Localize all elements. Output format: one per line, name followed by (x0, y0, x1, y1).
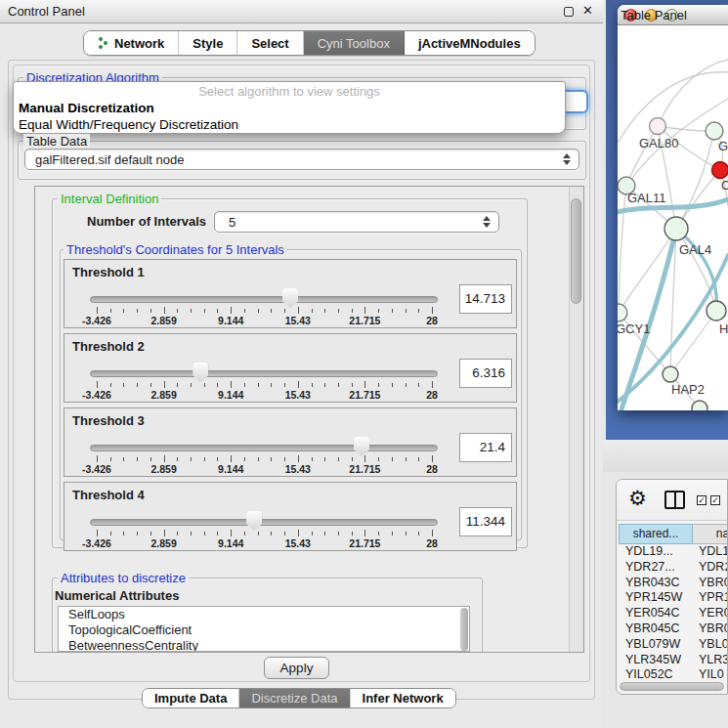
node-gal4[interactable] (664, 217, 688, 240)
threshold-label: Threshold 4 (72, 488, 145, 502)
cell-name: YPR1 (699, 590, 728, 606)
slider-track[interactable] (90, 445, 438, 451)
table-row[interactable]: YLR345WYLR3 (617, 653, 728, 668)
vertical-scrollbar-thumb[interactable] (571, 198, 581, 304)
slider-track[interactable] (90, 370, 438, 377)
column-header-name[interactable]: na (693, 524, 728, 544)
tab-jactivemnodules[interactable]: jActiveMNodules (405, 31, 535, 55)
table-row[interactable]: YDR27...YDR2 (617, 560, 728, 576)
tick-label: 2.859 (150, 463, 176, 475)
dropdown-item-manual[interactable]: Manual Discretization (19, 101, 154, 115)
node[interactable] (707, 301, 726, 321)
numerical-attributes-list: SelfLoopsTopologicalCoefficientBetweenne… (58, 606, 470, 652)
node-label: GAL80 (639, 136, 678, 150)
tab-network[interactable]: Network (84, 31, 179, 55)
node-label: H (719, 321, 728, 336)
tick-label: 28 (426, 537, 438, 549)
table-row[interactable]: YIL052CYIL0 (617, 667, 728, 683)
dropdown-item-equal-width[interactable]: Equal Width/Frequency Discretization (19, 117, 238, 132)
slider-thumb[interactable] (193, 363, 208, 382)
threshold-value-field[interactable]: 21.4 (459, 433, 512, 462)
checkbox-icon[interactable]: ✓ (710, 495, 720, 505)
table-row[interactable]: YDL19...YDL1 (617, 544, 728, 560)
network-graph: GAL80 GAL11 GAL4 GCY1 HAP2 H G C (618, 25, 728, 410)
tab-label: Network (114, 36, 164, 51)
thresholds-group-title: Threshold's Coordinates for 5 Intervals (64, 242, 287, 257)
tab-label: Select (251, 36, 288, 51)
threshold-value-field[interactable]: 6.316 (459, 359, 512, 388)
column-layout-icon[interactable] (664, 491, 685, 509)
table-row[interactable]: YPR145WYPR1 (617, 590, 728, 606)
tick-label: -3.426 (82, 463, 111, 475)
table-row[interactable]: YBR043CYBR0 (617, 576, 728, 591)
table-data-combobox[interactable]: galFiltered.sif default node (24, 149, 579, 170)
cell-shared-name: YER054C (625, 606, 680, 621)
bottom-tabs: Impute Data Discretize Data Infer Networ… (142, 688, 456, 708)
tab-select[interactable]: Select (237, 31, 303, 55)
node[interactable] (692, 401, 707, 410)
tab-impute-data[interactable]: Impute Data (143, 689, 239, 707)
cell-shared-name: YDR27... (625, 560, 675, 576)
node-label: GCY1 (618, 321, 650, 336)
gear-icon[interactable]: ⚙ (628, 487, 647, 510)
cell-name: YLR3 (699, 653, 728, 668)
num-intervals-combobox[interactable]: 5 (214, 211, 499, 233)
cell-shared-name: YDL19... (625, 544, 673, 560)
tick-label: 2.859 (150, 315, 176, 326)
network-view-window: GAL80 GAL11 GAL4 GCY1 HAP2 H G C (618, 5, 728, 410)
slider-track[interactable] (90, 519, 438, 526)
cell-name: YIL0 (699, 667, 724, 683)
attribute-item[interactable]: SelfLoops (59, 607, 469, 622)
tab-cyni-toolbox[interactable]: Cyni Toolbox (304, 31, 405, 55)
spinner-arrows-icon (563, 153, 571, 165)
table-row[interactable]: YBR045CYBR0 (617, 621, 728, 637)
slider-ticklabels: -3.4262.8599.14415.4321.71528 (97, 463, 432, 475)
list-scrollbar[interactable] (460, 608, 468, 651)
num-intervals-value: 5 (229, 212, 236, 233)
num-intervals-label: Number of Intervals (87, 214, 206, 229)
attribute-item[interactable]: BetweennessCentrality (59, 638, 469, 652)
node-label: GAL4 (679, 242, 711, 257)
table-panel-title: Table Panel (621, 0, 687, 31)
tick-label: 21.715 (349, 537, 380, 549)
node-label: G (718, 139, 728, 153)
node-gcy1[interactable] (618, 304, 627, 321)
slider-thumb[interactable] (246, 511, 262, 531)
tick-label: 28 (426, 463, 438, 475)
tick-label: 9.144 (218, 389, 243, 401)
table-row[interactable]: YBL079WYBL0 (617, 637, 728, 653)
tab-discretize-data[interactable]: Discretize Data (239, 689, 350, 707)
slider-thumb[interactable] (354, 437, 369, 456)
cell-shared-name: YBL079W (625, 637, 680, 653)
horizontal-scrollbar-thumb[interactable] (620, 682, 724, 691)
apply-button[interactable]: Apply (264, 657, 329, 679)
table-row[interactable]: YER054CYER0 (617, 606, 728, 621)
tick-label: 21.715 (349, 315, 380, 326)
slider-track[interactable] (90, 296, 438, 303)
tick-label: 28 (426, 389, 438, 401)
checkbox-icon[interactable]: ✓ (697, 495, 707, 505)
slider-ticklabels: -3.4262.8599.14415.4321.71528 (97, 537, 432, 549)
node[interactable] (706, 122, 723, 140)
attribute-item[interactable]: TopologicalCoefficient (59, 622, 469, 638)
table-body: YDL19...YDL1YDR27...YDR2YBR043CYBR0YPR14… (617, 544, 728, 683)
tick-label: 21.715 (349, 463, 380, 475)
close-icon[interactable]: ✕ (582, 3, 593, 18)
cell-shared-name: YBR045C (625, 621, 680, 637)
threshold-value-field[interactable]: 11.344 (459, 507, 512, 536)
control-panel-tabs: Network Style Select Cyni Toolbox jActiv… (83, 30, 535, 56)
tick-label: 9.144 (218, 537, 243, 549)
cell-shared-name: YIL052C (625, 667, 673, 683)
node-gal80[interactable] (650, 118, 666, 135)
slider-thumb[interactable] (282, 288, 298, 308)
slider-ticklabels: -3.4262.8599.14415.4321.71528 (97, 315, 432, 326)
network-canvas[interactable]: GAL80 GAL11 GAL4 GCY1 HAP2 H G C (618, 25, 728, 410)
threshold-value-field[interactable]: 14.713 (459, 284, 512, 314)
node-selected-red[interactable] (712, 162, 728, 179)
node-hap2[interactable] (663, 366, 678, 382)
tab-style[interactable]: Style (179, 31, 237, 55)
column-header-shared-name[interactable]: shared... (619, 524, 693, 544)
tab-infer-network[interactable]: Infer Network (351, 689, 455, 707)
threshold-panel: Threshold 4 -3.4262.8599.14415.4321.7152… (64, 482, 517, 551)
float-window-icon[interactable] (564, 7, 574, 17)
